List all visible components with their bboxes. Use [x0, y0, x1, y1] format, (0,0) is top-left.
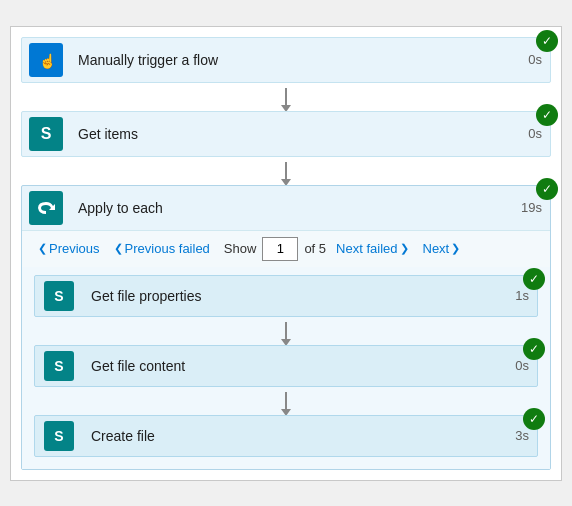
step-duration-trigger: 0s: [520, 52, 550, 67]
previous-failed-label: Previous failed: [125, 241, 210, 256]
create-file-label: Create file: [83, 428, 507, 444]
apply-inner-steps: S Get file properties 1s ✓ S Get file co…: [22, 267, 550, 469]
next-failed-label: Next failed: [336, 241, 397, 256]
step-label-trigger: Manually trigger a flow: [70, 52, 520, 68]
create-file-check: ✓: [523, 408, 545, 430]
get-file-content-icon: S: [35, 346, 83, 386]
inner-arrow-1: [34, 317, 538, 345]
get-file-props-label: Get file properties: [83, 288, 507, 304]
apply-each-header: Apply to each 19s ✓: [22, 186, 550, 230]
apply-each-check: ✓: [536, 178, 558, 200]
get-file-props-icon: S: [35, 276, 83, 316]
step-get-file-content: S Get file content 0s ✓: [34, 345, 538, 387]
create-file-duration: 3s: [507, 428, 537, 443]
inner-arrow-2: [34, 387, 538, 415]
get-file-content-check: ✓: [523, 338, 545, 360]
step-check-trigger: ✓: [536, 30, 558, 52]
get-file-content-duration: 0s: [507, 358, 537, 373]
next-failed-button[interactable]: Next failed ❯: [332, 239, 412, 258]
get-file-props-check: ✓: [523, 268, 545, 290]
step-label-get-items: Get items: [70, 126, 520, 142]
pagination-bar: ❮ Previous ❮ Previous failed Show of 5 N…: [22, 230, 550, 267]
chevron-left-2-icon: ❮: [114, 242, 123, 255]
create-file-icon: S: [35, 416, 83, 456]
step-duration-get-items: 0s: [520, 126, 550, 141]
arrow-down-1: [285, 88, 287, 106]
step-icon-trigger: ☝: [22, 38, 70, 82]
get-file-content-label: Get file content: [83, 358, 507, 374]
chevron-right-1-icon: ❯: [400, 242, 409, 255]
arrow-down-2: [285, 162, 287, 180]
apply-each-label: Apply to each: [70, 200, 513, 216]
of-label: of 5: [304, 241, 326, 256]
next-label: Next: [423, 241, 450, 256]
chevron-left-1-icon: ❮: [38, 242, 47, 255]
step-check-get-items: ✓: [536, 104, 558, 126]
arrow-2: [21, 157, 551, 185]
previous-failed-button[interactable]: ❮ Previous failed: [110, 239, 214, 258]
get-items-icon-letter: S: [41, 125, 52, 143]
apply-each-icon-box: [29, 191, 63, 225]
inner-arrow-down-2: [285, 392, 287, 410]
get-file-props-duration: 1s: [507, 288, 537, 303]
step-icon-get-items: S: [22, 112, 70, 156]
step-manually-trigger: ☝ Manually trigger a flow 0s ✓: [21, 37, 551, 83]
step-apply-each: Apply to each 19s ✓ ❮ Previous ❮ Previou…: [21, 185, 551, 470]
chevron-right-2-icon: ❯: [451, 242, 460, 255]
get-items-icon-box: S: [29, 117, 63, 151]
next-button[interactable]: Next ❯: [419, 239, 465, 258]
show-label: Show: [224, 241, 257, 256]
create-file-icon-box: S: [44, 421, 74, 451]
previous-label: Previous: [49, 241, 100, 256]
flow-diagram: ☝ Manually trigger a flow 0s ✓ S Get ite…: [10, 26, 562, 481]
step-create-file: S Create file 3s ✓: [34, 415, 538, 457]
apply-each-icon: [22, 186, 70, 230]
step-get-items: S Get items 0s ✓: [21, 111, 551, 157]
page-number-input[interactable]: [262, 237, 298, 261]
previous-button[interactable]: ❮ Previous: [34, 239, 104, 258]
step-get-file-props: S Get file properties 1s ✓: [34, 275, 538, 317]
trigger-icon-box: ☝: [29, 43, 63, 77]
get-file-content-icon-letter: S: [54, 358, 63, 374]
apply-each-duration: 19s: [513, 200, 550, 215]
arrow-1: [21, 83, 551, 111]
create-file-icon-letter: S: [54, 428, 63, 444]
get-file-content-icon-box: S: [44, 351, 74, 381]
get-file-props-icon-letter: S: [54, 288, 63, 304]
svg-text:☝: ☝: [39, 53, 57, 70]
inner-arrow-down-1: [285, 322, 287, 340]
get-file-props-icon-box: S: [44, 281, 74, 311]
